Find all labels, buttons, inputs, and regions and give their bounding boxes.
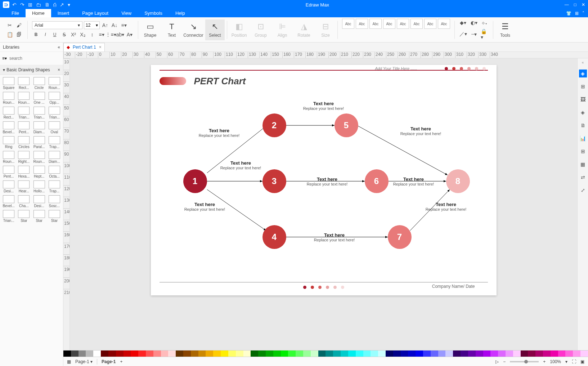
expand-panel-icon[interactable]: ⤢	[579, 186, 587, 194]
shape-item[interactable]: Desi...	[32, 195, 46, 209]
color-swatch[interactable]	[258, 351, 266, 357]
style-preset[interactable]: Abc	[342, 19, 354, 29]
color-swatch[interactable]	[543, 351, 551, 357]
color-swatch[interactable]	[558, 351, 566, 357]
strike-icon[interactable]: S̶	[60, 31, 68, 39]
shape-item[interactable]: Roun...	[32, 150, 46, 164]
lock-icon[interactable]: 🔒▾	[481, 30, 489, 38]
shape-item[interactable]: Right...	[17, 150, 31, 164]
color-swatch[interactable]	[168, 351, 176, 357]
play-icon[interactable]: ▷	[495, 359, 499, 364]
color-swatch[interactable]	[453, 351, 461, 357]
color-swatch[interactable]	[183, 351, 191, 357]
close-icon[interactable]: ✕	[582, 2, 585, 7]
style-preset[interactable]: Abc	[424, 19, 436, 29]
size-button[interactable]: ⊟Size	[316, 19, 335, 40]
shape-item[interactable]: Star	[32, 209, 46, 223]
shape-item[interactable]: Roun...	[1, 150, 16, 164]
position-button[interactable]: ◧Position	[229, 19, 249, 40]
line-icon[interactable]: ／▾	[459, 30, 467, 38]
color-swatch[interactable]	[371, 351, 378, 357]
page[interactable]: Add Your Title Here ...... PERT Chart Co…	[151, 65, 497, 295]
color-swatch[interactable]	[161, 351, 169, 357]
connector-button[interactable]: ↘Connector	[184, 19, 203, 40]
library-menu-icon[interactable]: ≡▾	[2, 56, 7, 61]
shape-item[interactable]: Cha...	[17, 195, 31, 209]
font-select[interactable]: Arial▾	[32, 21, 82, 29]
pert-node-7[interactable]: 7	[388, 225, 412, 249]
shape-item[interactable]: Octa...	[47, 165, 62, 179]
shape-item[interactable]: Trian...	[32, 106, 46, 120]
color-swatch[interactable]	[296, 351, 303, 357]
page-panel-icon[interactable]: 🗎	[579, 121, 587, 129]
shape-item[interactable]: Bevel...	[1, 195, 16, 209]
color-swatch[interactable]	[445, 351, 453, 357]
color-swatch[interactable]	[93, 351, 101, 357]
chart-panel-icon[interactable]: 📊	[579, 134, 587, 142]
shape-item[interactable]: Pent...	[17, 121, 31, 135]
color-swatch[interactable]	[221, 351, 228, 357]
color-swatch[interactable]	[498, 351, 506, 357]
shape-item[interactable]: Trap...	[47, 135, 62, 149]
color-swatch[interactable]	[63, 351, 71, 357]
color-swatch[interactable]	[476, 351, 483, 357]
color-swatch[interactable]	[431, 351, 438, 357]
shape-item[interactable]: Hept...	[32, 165, 46, 179]
copy-icon[interactable]: 📋	[6, 31, 14, 39]
color-swatch[interactable]	[580, 351, 588, 357]
color-swatch[interactable]	[416, 351, 423, 357]
color-swatch[interactable]	[506, 351, 513, 357]
save-icon[interactable]: 🗎	[45, 2, 50, 8]
menu-home[interactable]: Home	[26, 9, 51, 17]
shape-item[interactable]: Opp...	[47, 91, 62, 105]
shape-item[interactable]: Roun...	[1, 91, 16, 105]
shape-item[interactable]: Hollo...	[32, 180, 46, 194]
shape-item[interactable]: Rect...	[1, 106, 16, 120]
zoom-in-icon[interactable]: +	[543, 359, 546, 364]
pert-node-3[interactable]: 3	[262, 169, 286, 193]
color-swatch[interactable]	[138, 351, 146, 357]
zoom-out-icon[interactable]: −	[503, 359, 506, 364]
tools-button[interactable]: ☰Tools	[495, 19, 515, 40]
text-effects-icon[interactable]: ab▾	[116, 31, 124, 39]
color-swatch[interactable]	[153, 351, 161, 357]
align-button[interactable]: ⊫Align	[273, 19, 292, 40]
superscript-icon[interactable]: X²	[69, 31, 77, 39]
color-swatch[interactable]	[71, 351, 78, 357]
text-spacing-icon[interactable]: ↕	[88, 31, 96, 39]
color-swatch[interactable]	[273, 351, 281, 357]
pert-node-4[interactable]: 4	[262, 225, 286, 249]
image-panel-icon[interactable]: 🖼	[579, 95, 587, 103]
line-spacing-icon[interactable]: ≡▾	[98, 31, 106, 39]
color-swatch[interactable]	[408, 351, 416, 357]
pert-node-5[interactable]: 5	[335, 113, 358, 137]
edge-label[interactable]: Text hereReplace your text here!	[169, 202, 241, 211]
new-icon[interactable]: ⊞	[28, 2, 32, 8]
document-tab[interactable]: ◆ Pert Chart 1 ×	[63, 43, 105, 52]
qat-more-icon[interactable]: ▾	[68, 2, 70, 8]
color-swatch[interactable]	[363, 351, 371, 357]
style-preset[interactable]: Abc	[383, 19, 395, 29]
edge-label[interactable]: Text hereReplace your text here!	[205, 160, 277, 170]
shape-item[interactable]: Bevel...	[1, 121, 16, 135]
color-swatch[interactable]	[124, 351, 131, 357]
search-input[interactable]	[8, 55, 64, 62]
color-swatch[interactable]	[483, 351, 491, 357]
edge-label[interactable]: Text hereReplace your text here!	[410, 202, 482, 211]
table-panel-icon[interactable]: ⊞	[579, 147, 587, 155]
color-swatch[interactable]	[206, 351, 213, 357]
edge-label[interactable]: Text hereReplace your text here!	[385, 126, 457, 136]
menu-symbols[interactable]: Symbols	[138, 9, 169, 17]
color-swatch[interactable]	[348, 351, 356, 357]
edge-label[interactable]: Text hereReplace your text here!	[299, 232, 371, 242]
paste-icon[interactable]: 🗐	[15, 31, 23, 39]
color-swatch[interactable]	[401, 351, 408, 357]
close-tab-icon[interactable]: ×	[99, 45, 102, 50]
rotate-button[interactable]: ◮Rotate	[294, 19, 314, 40]
page-view-icon[interactable]: ▦	[67, 359, 71, 364]
maximize-icon[interactable]: □	[574, 2, 576, 7]
menu-page-layout[interactable]: Page Layout	[76, 9, 115, 17]
pert-node-2[interactable]: 2	[262, 113, 286, 137]
bullets-icon[interactable]: ⋮≡▾	[107, 31, 115, 39]
menu-insert[interactable]: Insert	[51, 9, 76, 17]
